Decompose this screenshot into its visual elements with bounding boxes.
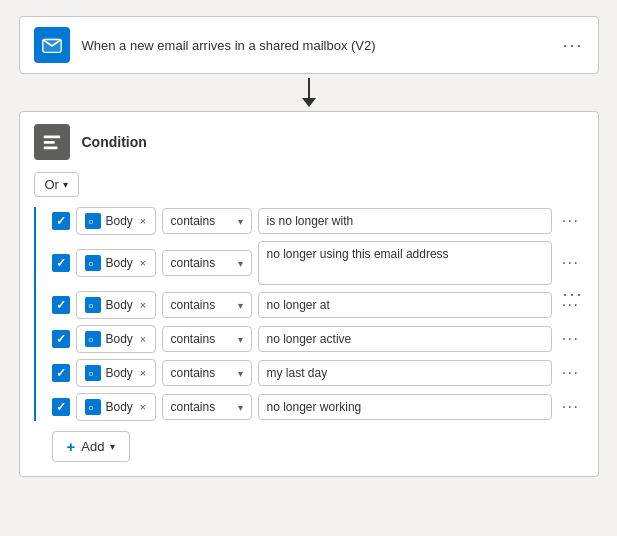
table-row: O Body × contains ▾ no longer using this… — [52, 241, 584, 285]
table-row: O Body × contains ▾ no longer at ··· — [52, 291, 584, 319]
outlook-icon-2: O — [85, 255, 101, 271]
operator-chevron-4: ▾ — [238, 334, 243, 345]
add-chevron-icon: ▾ — [110, 441, 115, 452]
trigger-icon — [34, 27, 70, 63]
operator-chevron-1: ▾ — [238, 216, 243, 227]
svg-rect-2 — [43, 136, 60, 139]
flow-container: When a new email arrives in a shared mai… — [19, 16, 599, 477]
outlook-icon-6: O — [85, 399, 101, 415]
row-checkbox-1[interactable] — [52, 212, 70, 230]
svg-text:O: O — [88, 302, 93, 309]
remove-field-4[interactable]: × — [140, 333, 146, 345]
field-chip-2[interactable]: O Body × — [76, 249, 156, 277]
value-field-1[interactable]: is no longer with — [258, 208, 552, 234]
or-chevron-icon: ▾ — [63, 179, 68, 190]
row-more-button-6[interactable]: ··· — [558, 396, 584, 418]
operator-select-5[interactable]: contains ▾ — [162, 360, 252, 386]
trigger-card: When a new email arrives in a shared mai… — [19, 16, 599, 74]
remove-field-2[interactable]: × — [140, 257, 146, 269]
svg-text:O: O — [88, 370, 93, 377]
row-more-button-2[interactable]: ··· — [558, 252, 584, 274]
table-row: O Body × contains ▾ no longer active ··· — [52, 325, 584, 353]
row-more-button-1[interactable]: ··· — [558, 210, 584, 232]
row-checkbox-5[interactable] — [52, 364, 70, 382]
condition-card: Condition ··· Or ▾ O Body × contain — [19, 111, 599, 477]
condition-header: Condition ··· — [34, 124, 584, 160]
svg-text:O: O — [88, 218, 93, 225]
or-button[interactable]: Or ▾ — [34, 172, 79, 197]
value-field-4[interactable]: no longer active — [258, 326, 552, 352]
add-label: Add — [81, 439, 104, 454]
condition-rows: O Body × contains ▾ is no longer with ··… — [34, 207, 584, 421]
remove-field-3[interactable]: × — [140, 299, 146, 311]
trigger-more-button[interactable]: ··· — [556, 33, 589, 58]
operator-select-2[interactable]: contains ▾ — [162, 250, 252, 276]
operator-select-4[interactable]: contains ▾ — [162, 326, 252, 352]
field-chip-3[interactable]: O Body × — [76, 291, 156, 319]
value-field-3[interactable]: no longer at — [258, 292, 552, 318]
row-checkbox-3[interactable] — [52, 296, 70, 314]
plus-icon: + — [67, 438, 76, 455]
operator-select-6[interactable]: contains ▾ — [162, 394, 252, 420]
row-more-button-5[interactable]: ··· — [558, 362, 584, 384]
value-field-5[interactable]: my last day — [258, 360, 552, 386]
field-chip-4[interactable]: O Body × — [76, 325, 156, 353]
operator-chevron-6: ▾ — [238, 402, 243, 413]
table-row: O Body × contains ▾ my last day ··· — [52, 359, 584, 387]
value-field-2[interactable]: no longer using this email address — [258, 241, 552, 285]
row-more-button-4[interactable]: ··· — [558, 328, 584, 350]
value-field-6[interactable]: no longer working — [258, 394, 552, 420]
table-row: O Body × contains ▾ is no longer with ··… — [52, 207, 584, 235]
svg-text:O: O — [88, 404, 93, 411]
add-button[interactable]: + Add ▾ — [52, 431, 131, 462]
condition-title: Condition — [82, 134, 584, 150]
svg-rect-3 — [43, 141, 54, 144]
condition-icon — [34, 124, 70, 160]
svg-text:O: O — [88, 260, 93, 267]
operator-select-3[interactable]: contains ▾ — [162, 292, 252, 318]
outlook-icon-1: O — [85, 213, 101, 229]
svg-rect-4 — [43, 147, 57, 150]
remove-field-6[interactable]: × — [140, 401, 146, 413]
outlook-icon-5: O — [85, 365, 101, 381]
svg-text:O: O — [88, 336, 93, 343]
field-chip-5[interactable]: O Body × — [76, 359, 156, 387]
field-chip-1[interactable]: O Body × — [76, 207, 156, 235]
row-checkbox-6[interactable] — [52, 398, 70, 416]
field-chip-6[interactable]: O Body × — [76, 393, 156, 421]
trigger-title: When a new email arrives in a shared mai… — [82, 38, 584, 53]
outlook-icon-4: O — [85, 331, 101, 347]
operator-chevron-3: ▾ — [238, 300, 243, 311]
row-checkbox-2[interactable] — [52, 254, 70, 272]
outlook-icon-3: O — [85, 297, 101, 313]
row-checkbox-4[interactable] — [52, 330, 70, 348]
remove-field-1[interactable]: × — [140, 215, 146, 227]
condition-more-button[interactable]: ··· — [556, 282, 589, 307]
remove-field-5[interactable]: × — [140, 367, 146, 379]
flow-arrow — [302, 78, 316, 107]
operator-select-1[interactable]: contains ▾ — [162, 208, 252, 234]
operator-chevron-5: ▾ — [238, 368, 243, 379]
operator-chevron-2: ▾ — [238, 258, 243, 269]
table-row: O Body × contains ▾ no longer working ··… — [52, 393, 584, 421]
